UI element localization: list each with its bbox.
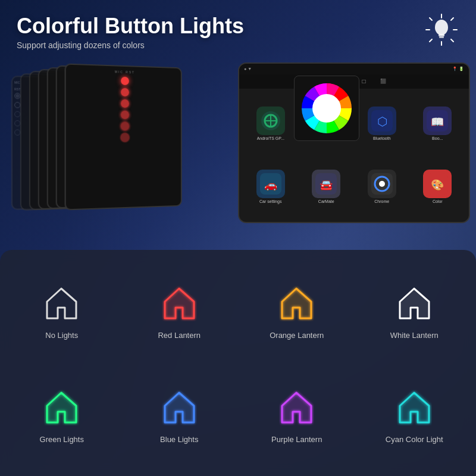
label-orange-lantern: Orange Lantern <box>270 331 324 340</box>
devices-wrapper: MIC RST <box>12 60 476 226</box>
light-red-lantern[interactable]: Red Lantern <box>124 262 236 360</box>
lights-grid: No Lights Red Lantern Orange Lantern <box>6 262 470 464</box>
tablet-front: MIC RST <box>65 63 182 210</box>
app-bluetooth[interactable]: ⬡ Bluetooth <box>355 93 409 154</box>
status-left: ● ▼ <box>244 67 252 71</box>
light-cyan-color-light[interactable]: Cyan Color Light <box>359 366 471 464</box>
status-right: 📍 🔋 <box>452 67 464 71</box>
light-purple-lantern[interactable]: Purple Lantern <box>241 366 353 464</box>
svg-line-4 <box>430 18 432 20</box>
house-icon-white-lantern <box>393 282 435 324</box>
light-blue-lights[interactable]: Blue Lights <box>124 366 236 464</box>
nav-menu[interactable]: ⬛ <box>380 79 386 84</box>
light-white-lantern[interactable]: White Lantern <box>359 262 471 360</box>
app-book-label: Boo... <box>432 136 443 140</box>
app-color[interactable]: 🎨 Color <box>411 156 465 217</box>
bottom-panel: No Lights Red Lantern Orange Lantern <box>0 250 476 476</box>
label-cyan-color-light: Cyan Color Light <box>386 435 443 444</box>
svg-point-18 <box>318 100 335 117</box>
main-tablet: ● ▼ 📍 🔋 ◄ ○ □ ⬛ AndroiTS GP... <box>238 62 470 223</box>
subtitle: Support adjusting dozens of colors <box>17 40 244 50</box>
app-androits[interactable]: AndroiTS GP... <box>244 93 298 154</box>
header: Colorful Button Lights Support adjusting… <box>0 0 476 55</box>
app-car-settings-label: Car settings <box>259 199 281 203</box>
tablet-stack: MIC RST <box>12 65 262 220</box>
label-no-lights: No Lights <box>45 331 78 340</box>
app-grid: AndroiTS GP... 📦 <box>239 89 469 222</box>
app-carmate-label: CarMate <box>318 199 334 203</box>
light-orange-lantern[interactable]: Orange Lantern <box>241 262 353 360</box>
svg-point-29 <box>379 181 385 187</box>
svg-line-5 <box>451 39 453 42</box>
light-no-lights[interactable]: No Lights <box>6 262 118 360</box>
house-icon-no-lights <box>41 282 83 324</box>
svg-rect-9 <box>439 34 444 36</box>
house-icon-cyan-color-light <box>393 386 435 428</box>
svg-text:📖: 📖 <box>431 115 444 129</box>
house-icon-green-lights <box>41 386 83 428</box>
svg-text:🚘: 🚘 <box>320 178 333 192</box>
app-car-settings[interactable]: 🚗 Car settings <box>244 156 298 217</box>
color-wheel-popup <box>294 76 359 141</box>
svg-text:🚗: 🚗 <box>264 178 278 192</box>
svg-line-6 <box>451 18 453 20</box>
label-white-lantern: White Lantern <box>390 331 439 340</box>
house-icon-orange-lantern <box>276 282 318 324</box>
status-bar: ● ▼ 📍 🔋 <box>239 64 469 74</box>
label-blue-lights: Blue Lights <box>160 435 198 444</box>
app-carmate[interactable]: 🚘 CarMate <box>300 156 353 217</box>
house-icon-blue-lights <box>158 386 200 428</box>
app-color-label: Color <box>433 199 443 203</box>
svg-text:🎨: 🎨 <box>431 178 444 192</box>
bulb-icon <box>424 12 459 48</box>
main-title: Colorful Button Lights <box>17 14 244 38</box>
devices-section: MIC RST <box>0 55 476 233</box>
svg-line-7 <box>430 39 432 42</box>
nav-recents[interactable]: □ <box>362 78 366 84</box>
app-book[interactable]: 📖 Boo... <box>411 93 465 154</box>
app-bluetooth-label: Bluetooth <box>373 136 391 140</box>
house-icon-purple-lantern <box>276 386 318 428</box>
house-icon-red-lantern <box>158 282 200 324</box>
header-left: Colorful Button Lights Support adjusting… <box>17 14 244 50</box>
app-chrome[interactable]: Chrome <box>355 156 409 217</box>
light-green-lights[interactable]: Green Lights <box>6 366 118 464</box>
svg-point-8 <box>435 20 448 35</box>
svg-rect-10 <box>439 36 444 38</box>
label-red-lantern: Red Lantern <box>158 331 201 340</box>
label-green-lights: Green Lights <box>40 435 84 444</box>
app-androits-label: AndroiTS GP... <box>257 136 284 140</box>
svg-text:⬡: ⬡ <box>377 115 387 128</box>
label-purple-lantern: Purple Lantern <box>271 435 322 444</box>
app-color-wheel[interactable]: 📦 <box>300 93 353 154</box>
app-chrome-label: Chrome <box>374 199 389 203</box>
